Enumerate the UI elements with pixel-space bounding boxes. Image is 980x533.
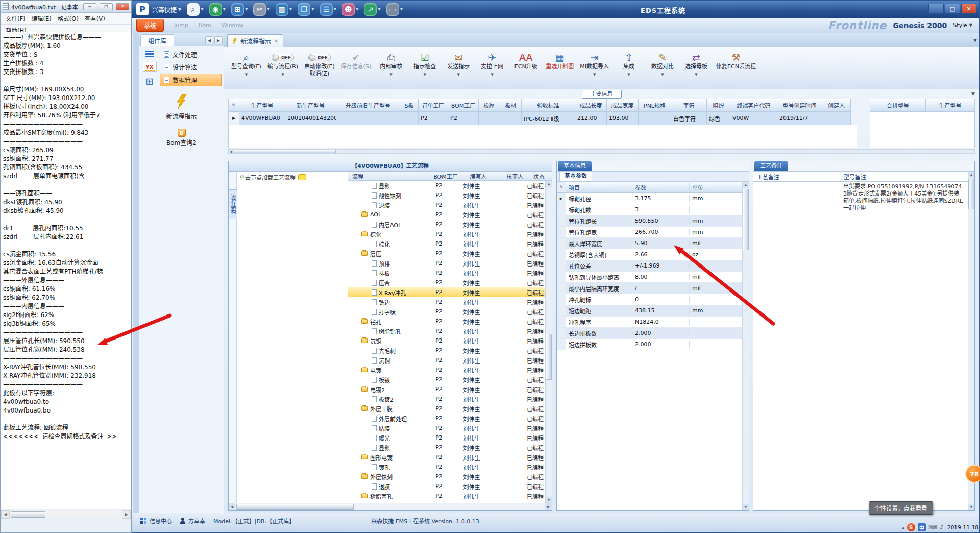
column-header[interactable]: 阻焊 — [707, 99, 730, 112]
chevron-down-icon[interactable] — [445, 70, 472, 76]
chevron-down-icon[interactable]: ▼ — [289, 7, 292, 11]
ribbon-button[interactable]: AA ECN升级 — [509, 51, 543, 76]
column-header[interactable]: 编写人 — [460, 172, 497, 180]
process-tree-row[interactable]: 棕化 P2 刘伟生 已编程 — [348, 239, 545, 249]
param-row[interactable]: 冲孔靶标 0 — [557, 294, 742, 305]
process-tree-row[interactable]: 板镀 P2 刘伟生 已编程 — [348, 375, 545, 384]
param-value-cell[interactable]: 5.90 — [632, 240, 690, 247]
close-icon[interactable]: ✕ — [274, 38, 278, 44]
param-row[interactable]: 最大焊环宽度 5.90 mil — [557, 238, 742, 249]
sidebar-item[interactable]: 数据管理 — [160, 74, 222, 86]
process-tree-row[interactable]: 沉铜 P2 刘伟生 已编程 — [348, 336, 545, 346]
titlebar-tool-icon[interactable]: ⊞ — [231, 3, 244, 16]
scroll-left-icon[interactable]: ◀ — [205, 36, 213, 44]
process-tree-row[interactable]: 退膜 P2 刘伟生 已编程 — [348, 200, 545, 210]
chevron-down-icon[interactable]: ▼ — [971, 91, 975, 96]
column-header[interactable]: 验收标准 — [522, 99, 575, 112]
sidebar-tool-new-flow[interactable]: 新流程指示 — [139, 94, 224, 120]
scrollbar-thumb[interactable] — [234, 150, 336, 153]
notepad-minimize-button[interactable]: ─ — [83, 3, 96, 10]
off-toggle[interactable]: OFF — [272, 54, 294, 61]
column-header[interactable]: BOM工厂 — [431, 172, 460, 180]
notepad-horizontal-scrollbar[interactable]: ◀ ▶ — [1, 510, 131, 518]
scrollbar-thumb[interactable] — [546, 334, 552, 380]
scroll-right-icon[interactable]: ▶ — [545, 503, 552, 510]
column-header[interactable]: 板材 — [500, 99, 522, 112]
sogou-icon[interactable]: S — [907, 523, 915, 531]
process-vertical-scrollbar[interactable]: ▲ ▼ — [545, 181, 552, 503]
process-tree-row[interactable]: 显影 P2 刘伟生 已编程 — [348, 181, 545, 190]
ribbon-button[interactable]: ✔ 保存信息(S) — [338, 51, 375, 76]
chevron-down-icon[interactable] — [341, 70, 372, 76]
tab-process-notes[interactable]: 工艺备注 — [754, 161, 788, 171]
process-tree-row[interactable]: 压合 P2 刘伟生 已编程 — [348, 278, 545, 287]
titlebar-tool[interactable]: ☰ ▼ — [320, 3, 336, 16]
chevron-down-icon[interactable] — [546, 70, 574, 76]
notepad-titlebar[interactable]: 4v00wfbua0.txt - 记事本 ─ □ ✕ — [1, 1, 131, 13]
chevron-down-icon[interactable] — [267, 70, 298, 76]
chevron-down-icon[interactable]: ▼ — [311, 7, 314, 11]
column-header[interactable]: 升级前旧生产型号 — [336, 99, 400, 112]
chevron-down-icon[interactable] — [231, 70, 261, 76]
titlebar-tool-icon[interactable]: ✂ — [253, 3, 266, 16]
component-grid-icon[interactable]: ⊞ — [145, 77, 154, 86]
column-header[interactable]: 创建人 — [822, 99, 851, 112]
process-tree-row[interactable]: 预排 P2 刘伟生 已编程 — [348, 258, 545, 268]
info-center-item[interactable]: 信息中心 — [140, 517, 172, 525]
titlebar-tool-icon[interactable]: ↗ — [364, 3, 377, 16]
column-header[interactable]: 成品长度 — [575, 99, 607, 112]
column-header[interactable]: 型号备注 — [840, 172, 974, 181]
titlebar-tool[interactable]: ☻ ▼ — [342, 3, 358, 16]
main-info-data-row[interactable]: ▶ 4V00WFBUA010010400143200P2P2IPC-6012 Ⅱ… — [228, 112, 857, 125]
titlebar-tool[interactable]: ↗ ▼ — [364, 3, 380, 16]
param-value-cell[interactable]: 3 — [632, 206, 690, 213]
param-value-cell[interactable]: 2.000 — [632, 330, 690, 336]
titlebar-tool-icon[interactable]: ❐ — [298, 3, 310, 16]
column-header[interactable]: 板厚 — [479, 99, 500, 112]
tab-basic-params[interactable]: 基本参数 — [559, 171, 592, 181]
process-tree-row[interactable]: 内层AOI P2 刘伟生 已编程 — [348, 220, 545, 229]
speaker-icon[interactable]: ♪ — [940, 524, 944, 531]
param-row[interactable]: 孔位公差 +/-1.969 — [557, 260, 742, 272]
menu-item[interactable]: Window — [222, 22, 243, 29]
current-user-item[interactable]: 方幸幸 — [180, 517, 205, 525]
chevron-down-icon[interactable]: ▼ — [973, 38, 977, 43]
process-tree-row[interactable]: AOI P2 刘伟生 已编程 — [348, 210, 545, 220]
param-value-cell[interactable]: 0 — [632, 296, 690, 303]
ribbon-button[interactable]: ✈ 支拉上网 — [475, 51, 509, 76]
ribbon-button[interactable]: ⌕ 型号查询(F) — [228, 51, 264, 76]
param-value-cell[interactable]: N1824.0 — [632, 319, 690, 325]
chevron-down-icon[interactable]: ▼ — [334, 7, 336, 11]
ribbon-button[interactable]: OFF 启动修改(E) 取消(Z) — [301, 51, 338, 83]
param-row[interactable]: 最小内层隔离环宽度 / mil — [557, 283, 742, 294]
process-tree-row[interactable]: X-Ray冲孔 P2 刘伟生 已编程 — [348, 287, 545, 297]
sidebar-item[interactable]: 文件处理 — [160, 48, 222, 61]
column-header[interactable]: BOM工厂 — [448, 99, 479, 112]
scroll-left-icon[interactable]: ◀ — [229, 503, 235, 510]
tab-basic-info[interactable]: 基本信息 — [558, 161, 592, 171]
titlebar-tool-icon[interactable]: ▥ — [276, 3, 288, 16]
column-header[interactable]: 单位 — [690, 183, 742, 191]
scroll-up-icon[interactable]: ▲ — [743, 182, 749, 188]
process-tree-row[interactable]: 图形电镀 P2 刘伟生 已编程 — [348, 452, 545, 462]
param-row[interactable]: 钻孔到导体最小距离 8.00 mil — [557, 272, 742, 283]
ime-icon[interactable]: 中 — [918, 523, 926, 531]
param-row[interactable]: 短边拼板数 2.000 — [557, 339, 742, 350]
menu-item[interactable]: Bom — [199, 22, 211, 29]
process-tree-row[interactable]: 铣边 P2 刘伟生 已编程 — [348, 297, 545, 307]
notes-vertical-scrollbar[interactable]: ▲ ▼ — [968, 172, 974, 510]
process-tree-row[interactable]: 钻孔 P2 刘伟生 已编程 — [348, 317, 545, 326]
chevron-down-icon[interactable] — [615, 70, 643, 76]
param-value-cell[interactable]: +/-1.969 — [632, 262, 690, 269]
column-header[interactable]: 型号创建时间 — [777, 99, 822, 112]
chevron-down-icon[interactable] — [478, 70, 506, 76]
notepad-menu-item[interactable]: 查看(V) — [82, 13, 108, 23]
model-notes-cell[interactable]: 出货要求:PO:0551091992,P/N:13165490743随货走形式发… — [840, 182, 968, 510]
titlebar-tool[interactable]: ▥ ▼ — [276, 3, 292, 16]
scroll-down-icon[interactable]: ▼ — [968, 504, 974, 510]
param-row[interactable]: 长边拼板数 2.000 — [557, 328, 742, 339]
hamburger-menu-icon[interactable] — [145, 51, 154, 57]
titlebar-tool-icon[interactable]: ◉ — [209, 3, 222, 16]
process-tree-row[interactable]: 打字唛 P2 刘伟生 已编程 — [348, 307, 545, 317]
process-tree-row[interactable]: 外层前处理 P2 刘伟生 已编程 — [348, 414, 545, 423]
